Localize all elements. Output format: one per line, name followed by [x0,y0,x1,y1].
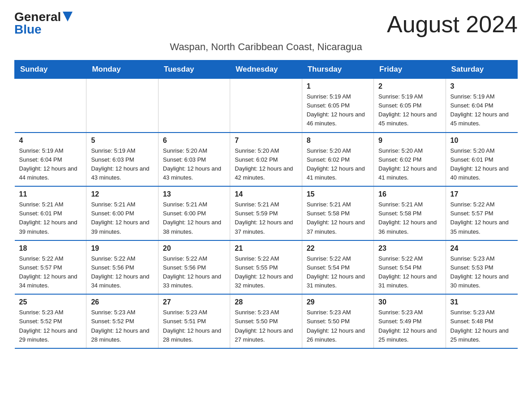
header: General Blue August 2024 [14,11,518,38]
day-info: Sunrise: 5:23 AMSunset: 5:49 PMDaylight:… [378,308,441,344]
day-number: 25 [19,298,82,306]
day-info: Sunrise: 5:20 AMSunset: 6:03 PMDaylight:… [163,146,225,183]
day-info: Sunrise: 5:22 AMSunset: 5:54 PMDaylight:… [378,254,441,291]
day-info: Sunrise: 5:23 AMSunset: 5:50 PMDaylight:… [235,308,297,344]
day-info: Sunrise: 5:21 AMSunset: 6:01 PMDaylight:… [19,200,82,236]
day-info: Sunrise: 5:23 AMSunset: 5:50 PMDaylight:… [307,308,369,344]
header-friday: Friday [374,60,446,79]
day-info: Sunrise: 5:21 AMSunset: 5:59 PMDaylight:… [235,200,297,236]
day-info: Sunrise: 5:22 AMSunset: 5:55 PMDaylight:… [235,254,297,291]
day-number: 26 [91,298,153,306]
logo-triangle-icon [63,12,73,21]
day-number: 2 [378,82,441,90]
day-info: Sunrise: 5:21 AMSunset: 6:00 PMDaylight:… [163,200,225,236]
day-info: Sunrise: 5:19 AMSunset: 6:04 PMDaylight:… [450,92,513,128]
calendar: SundayMondayTuesdayWednesdayThursdayFrid… [14,60,518,349]
week-row-5: 25Sunrise: 5:23 AMSunset: 5:52 PMDayligh… [15,294,518,348]
day-info: Sunrise: 5:21 AMSunset: 6:00 PMDaylight:… [91,200,153,236]
calendar-cell: 1Sunrise: 5:19 AMSunset: 6:05 PMDaylight… [302,79,373,133]
calendar-cell: 4Sunrise: 5:19 AMSunset: 6:04 PMDaylight… [15,133,86,187]
day-number: 21 [235,244,297,253]
day-number: 28 [235,298,297,306]
day-number: 12 [91,190,153,198]
calendar-cell: 30Sunrise: 5:23 AMSunset: 5:49 PMDayligh… [374,294,446,348]
day-info: Sunrise: 5:22 AMSunset: 5:56 PMDaylight:… [163,254,225,291]
day-info: Sunrise: 5:19 AMSunset: 6:05 PMDaylight:… [307,92,369,128]
day-number: 5 [91,137,153,145]
day-number: 31 [450,298,513,306]
day-info: Sunrise: 5:19 AMSunset: 6:04 PMDaylight:… [19,146,82,183]
logo-general: General [14,11,61,23]
calendar-cell [15,79,86,133]
calendar-cell: 3Sunrise: 5:19 AMSunset: 6:04 PMDaylight… [446,79,517,133]
svg-marker-0 [63,12,73,21]
day-info: Sunrise: 5:23 AMSunset: 5:51 PMDaylight:… [163,308,225,344]
day-number: 24 [450,244,513,253]
day-number: 20 [163,244,225,253]
calendar-cell: 20Sunrise: 5:22 AMSunset: 5:56 PMDayligh… [158,240,230,295]
header-sunday: Sunday [15,60,86,79]
day-number: 23 [378,244,441,253]
calendar-cell: 2Sunrise: 5:19 AMSunset: 6:05 PMDaylight… [374,79,446,133]
day-number: 10 [450,137,513,145]
calendar-cell: 8Sunrise: 5:20 AMSunset: 6:02 PMDaylight… [302,133,373,187]
day-number: 27 [163,298,225,306]
calendar-cell: 28Sunrise: 5:23 AMSunset: 5:50 PMDayligh… [230,294,302,348]
day-number: 8 [307,137,369,145]
calendar-cell: 16Sunrise: 5:21 AMSunset: 5:58 PMDayligh… [374,186,446,240]
calendar-cell: 21Sunrise: 5:22 AMSunset: 5:55 PMDayligh… [230,240,302,295]
calendar-cell: 5Sunrise: 5:19 AMSunset: 6:03 PMDaylight… [86,133,158,187]
day-number: 14 [235,190,297,198]
header-wednesday: Wednesday [230,60,302,79]
day-info: Sunrise: 5:23 AMSunset: 5:52 PMDaylight:… [91,308,153,344]
calendar-cell: 9Sunrise: 5:20 AMSunset: 6:02 PMDaylight… [374,133,446,187]
logo-blue: Blue [14,23,42,36]
day-info: Sunrise: 5:22 AMSunset: 5:57 PMDaylight:… [19,254,82,291]
day-info: Sunrise: 5:21 AMSunset: 5:58 PMDaylight:… [307,200,369,236]
day-info: Sunrise: 5:22 AMSunset: 5:57 PMDaylight:… [450,200,513,236]
calendar-cell: 7Sunrise: 5:20 AMSunset: 6:02 PMDaylight… [230,133,302,187]
day-info: Sunrise: 5:21 AMSunset: 5:58 PMDaylight:… [378,200,441,236]
calendar-cell: 24Sunrise: 5:23 AMSunset: 5:53 PMDayligh… [446,240,517,295]
day-number: 6 [163,137,225,145]
day-number: 9 [378,137,441,145]
calendar-cell [230,79,302,133]
day-info: Sunrise: 5:23 AMSunset: 5:53 PMDaylight:… [450,254,513,291]
calendar-cell: 18Sunrise: 5:22 AMSunset: 5:57 PMDayligh… [15,240,86,295]
day-info: Sunrise: 5:22 AMSunset: 5:56 PMDaylight:… [91,254,153,291]
calendar-cell: 25Sunrise: 5:23 AMSunset: 5:52 PMDayligh… [15,294,86,348]
header-tuesday: Tuesday [158,60,230,79]
day-info: Sunrise: 5:22 AMSunset: 5:54 PMDaylight:… [307,254,369,291]
day-info: Sunrise: 5:19 AMSunset: 6:03 PMDaylight:… [91,146,153,183]
calendar-cell: 15Sunrise: 5:21 AMSunset: 5:58 PMDayligh… [302,186,373,240]
calendar-cell: 26Sunrise: 5:23 AMSunset: 5:52 PMDayligh… [86,294,158,348]
subtitle: Waspan, North Caribbean Coast, Nicaragua [14,41,518,53]
calendar-cell: 27Sunrise: 5:23 AMSunset: 5:51 PMDayligh… [158,294,230,348]
week-row-4: 18Sunrise: 5:22 AMSunset: 5:57 PMDayligh… [15,240,518,295]
day-info: Sunrise: 5:20 AMSunset: 6:01 PMDaylight:… [450,146,513,183]
header-saturday: Saturday [446,60,517,79]
calendar-cell [158,79,230,133]
day-number: 30 [378,298,441,306]
calendar-cell: 29Sunrise: 5:23 AMSunset: 5:50 PMDayligh… [302,294,373,348]
week-row-3: 11Sunrise: 5:21 AMSunset: 6:01 PMDayligh… [15,186,518,240]
week-row-1: 1Sunrise: 5:19 AMSunset: 6:05 PMDaylight… [15,79,518,133]
day-info: Sunrise: 5:19 AMSunset: 6:05 PMDaylight:… [378,92,441,128]
logo: General Blue [14,11,73,36]
calendar-cell: 6Sunrise: 5:20 AMSunset: 6:03 PMDaylight… [158,133,230,187]
calendar-cell: 12Sunrise: 5:21 AMSunset: 6:00 PMDayligh… [86,186,158,240]
header-thursday: Thursday [302,60,373,79]
day-number: 16 [378,190,441,198]
header-monday: Monday [86,60,158,79]
page-title: August 2024 [387,11,518,38]
calendar-cell: 19Sunrise: 5:22 AMSunset: 5:56 PMDayligh… [86,240,158,295]
calendar-cell: 13Sunrise: 5:21 AMSunset: 6:00 PMDayligh… [158,186,230,240]
day-info: Sunrise: 5:20 AMSunset: 6:02 PMDaylight:… [307,146,369,183]
day-number: 29 [307,298,369,306]
day-number: 11 [19,190,82,198]
day-info: Sunrise: 5:20 AMSunset: 6:02 PMDaylight:… [235,146,297,183]
day-number: 18 [19,244,82,253]
calendar-cell: 17Sunrise: 5:22 AMSunset: 5:57 PMDayligh… [446,186,517,240]
calendar-cell: 31Sunrise: 5:23 AMSunset: 5:48 PMDayligh… [446,294,517,348]
calendar-cell: 22Sunrise: 5:22 AMSunset: 5:54 PMDayligh… [302,240,373,295]
